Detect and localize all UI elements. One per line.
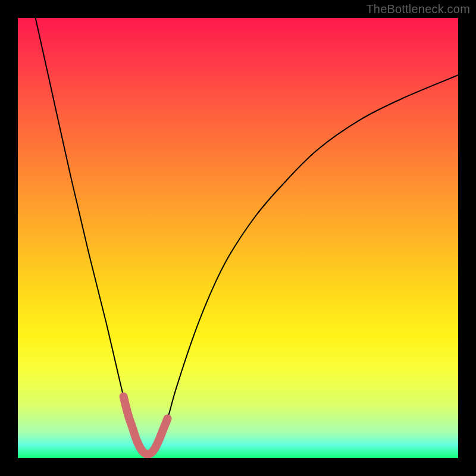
highlight-region [124,396,168,454]
curve-layer [18,18,458,458]
watermark-text: TheBottleneck.com [366,2,470,16]
chart-frame: TheBottleneck.com [0,0,476,476]
bottleneck-curve [36,18,458,455]
plot-area [18,18,458,458]
